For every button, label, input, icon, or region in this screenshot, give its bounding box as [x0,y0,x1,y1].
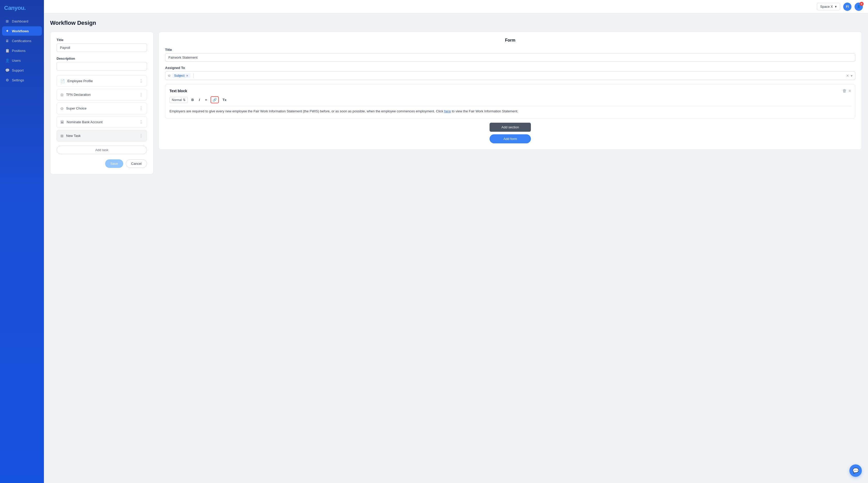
content-row: Title Description 📄 Employee Profile ⋮ [50,32,862,174]
form-title-input[interactable] [165,53,855,62]
text-content-link[interactable]: here [444,109,451,113]
sidebar-item-support[interactable]: 💬 Support [2,66,42,75]
sidebar-nav: ⊞ Dashboard ✦ Workflows 🖥 Certifications… [0,17,44,85]
sidebar-item-label: Support [12,68,24,72]
clear-assigned-button[interactable]: ✕ [846,74,849,78]
right-panel: Form Title Assigned To ⊙ Subject ✕ ✕ ▾ [159,32,862,150]
task-item-label: New Task [66,134,81,138]
sidebar-item-settings[interactable]: ⚙ Settings [2,75,42,85]
bottom-actions: Add section Add form [165,123,855,143]
task-menu-button[interactable]: ⋮ [139,133,143,138]
text-block-header: Text block 🗑 ≡ [169,89,851,93]
notification-button[interactable]: 👤 9 [855,3,863,11]
add-section-button[interactable]: Add section [490,123,531,132]
text-content-before: Employers are required to give every new… [169,109,444,113]
sidebar-item-certifications[interactable]: 🖥 Certifications [2,36,42,45]
italic-button[interactable]: I [197,97,202,103]
text-block-content: Employers are required to give every new… [169,109,851,114]
format-selector[interactable]: Normal ⇅ [169,97,188,103]
assigned-to-field[interactable]: ⊙ Subject ✕ ✕ ▾ [165,71,855,80]
task-item[interactable]: 🏛 Nominate Bank Account ⋮ [57,116,147,128]
format-chevron-icon: ⇅ [183,98,185,102]
task-menu-button[interactable]: ⋮ [139,106,143,111]
task-item-label: Employee Profile [67,79,93,83]
workflows-icon: ✦ [5,29,9,33]
new-task-icon: ⊞ [60,134,64,138]
document-icon: 📄 [60,79,65,83]
workflow-description-input[interactable] [57,62,147,70]
sidebar-item-label: Positions [12,49,26,53]
task-item-left: ⊙ Super Choice [60,106,87,110]
sidebar: Canyou. ⊞ Dashboard ✦ Workflows 🖥 Certif… [0,0,44,483]
task-item[interactable]: 📄 Employee Profile ⋮ [57,75,147,87]
assigned-to-label: Assigned To [165,66,855,70]
task-item-label: TFN Declaration [66,93,91,97]
save-button[interactable]: Save [105,159,123,168]
bold-button[interactable]: B [190,97,195,103]
content-area: Workflow Design Title Description 📄 Empl… [44,13,868,483]
chat-bubble-button[interactable]: 💬 [849,464,862,477]
assigned-icons: ✕ ▾ [846,74,852,78]
tfn-icon: ⊙ [60,93,64,97]
task-item-label: Nominate Bank Account [67,120,102,124]
task-item[interactable]: ⊙ TFN Declaration ⋮ [57,89,147,100]
assigned-tag: Subject ✕ [172,73,190,78]
subject-icon: ⊙ [168,74,170,77]
task-item-left: ⊞ New Task [60,134,81,138]
task-item-left: 📄 Employee Profile [60,79,93,83]
workspace-selector[interactable]: Space X ▾ [817,3,840,10]
remove-tag-button[interactable]: ✕ [186,74,188,77]
clear-format-button[interactable]: Tx [221,97,228,103]
dashboard-icon: ⊞ [5,19,9,23]
page-title: Workflow Design [50,20,862,26]
add-form-button[interactable]: Add form [490,134,531,143]
expand-assigned-button[interactable]: ▾ [851,74,852,78]
sidebar-item-label: Workflows [12,29,29,33]
sidebar-item-label: Settings [12,78,24,82]
text-block: Text block 🗑 ≡ Normal ⇅ B I ≡ [165,84,855,119]
bank-icon: 🏛 [60,120,64,124]
task-menu-button[interactable]: ⋮ [139,120,143,125]
avatar[interactable]: FI [843,3,851,11]
task-menu-button[interactable]: ⋮ [139,78,143,84]
task-item[interactable]: ⊞ New Task ⋮ [57,130,147,141]
sidebar-item-users[interactable]: 👤 Users [2,56,42,65]
task-item[interactable]: ⊙ Super Choice ⋮ [57,102,147,114]
list-button[interactable]: ≡ [204,97,209,103]
text-block-title: Text block [169,89,187,93]
toolbar: Normal ⇅ B I ≡ 🔗 Tx [169,96,851,106]
link-icon: 🔗 [213,98,217,102]
positions-icon: 📋 [5,49,9,53]
users-icon: 👤 [5,58,9,63]
sidebar-item-positions[interactable]: 📋 Positions [2,46,42,55]
task-item-left: 🏛 Nominate Bank Account [60,120,102,124]
assigned-tag-label: Subject [174,74,184,77]
app-logo: Canyou. [0,0,44,17]
topbar: Space X ▾ FI 👤 9 [44,0,868,13]
format-value: Normal [172,98,182,102]
super-icon: ⊙ [60,106,64,110]
delete-block-button[interactable]: 🗑 [842,89,846,93]
task-menu-button[interactable]: ⋮ [139,92,143,97]
cancel-button[interactable]: Cancel [126,159,147,168]
link-button[interactable]: 🔗 [211,96,219,103]
task-item-left: ⊙ TFN Declaration [60,93,91,97]
chevron-down-icon: ▾ [835,5,837,8]
workspace-label: Space X [820,5,833,8]
main-area: Space X ▾ FI 👤 9 Workflow Design Title D… [44,0,868,483]
drag-block-button[interactable]: ≡ [848,89,851,93]
form-title-label: Title [165,48,855,52]
workflow-title-input[interactable] [57,43,147,52]
sidebar-item-label: Users [12,59,21,63]
sidebar-item-dashboard[interactable]: ⊞ Dashboard [2,17,42,26]
description-label: Description [57,57,147,60]
sidebar-item-label: Certifications [12,39,31,43]
left-panel: Title Description 📄 Employee Profile ⋮ [50,32,153,174]
notification-badge: 9 [860,2,864,6]
chat-icon: 💬 [852,468,859,474]
text-content-after: to view the Fair Work Information Statem… [451,109,518,113]
support-icon: 💬 [5,68,9,72]
text-block-actions: 🗑 ≡ [842,89,851,93]
add-task-button[interactable]: Add task [57,146,147,154]
sidebar-item-workflows[interactable]: ✦ Workflows [2,26,42,36]
